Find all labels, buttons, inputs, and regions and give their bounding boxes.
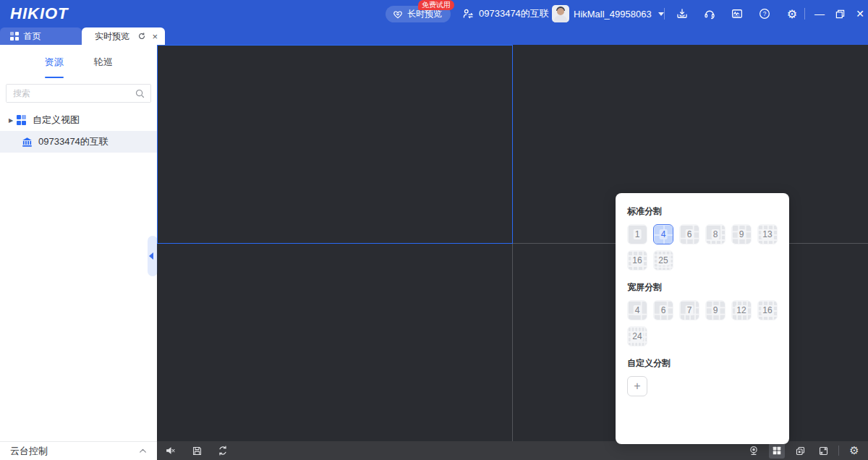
building-icon bbox=[22, 137, 33, 148]
chevron-up-icon[interactable] bbox=[138, 446, 148, 456]
tab-resources[interactable]: 资源 bbox=[45, 56, 64, 78]
split-option-label: 16 bbox=[631, 255, 643, 265]
tree-item-device[interactable]: 09733474的互联 bbox=[0, 131, 157, 153]
close-tab-icon[interactable]: × bbox=[152, 32, 158, 41]
user-menu[interactable]: HikMall_49958063 bbox=[552, 0, 664, 27]
headset-icon[interactable] bbox=[703, 7, 716, 20]
close-all-windows-icon[interactable] bbox=[792, 443, 808, 459]
search-icon bbox=[135, 88, 145, 99]
split-option-label: 9 bbox=[712, 305, 720, 315]
hikiot-logo: HIKIOT bbox=[10, 4, 69, 23]
tab-tour[interactable]: 轮巡 bbox=[94, 56, 113, 78]
header: HIKIOT 长时预览 免费试用 09733474的互联 HikMall_499… bbox=[0, 0, 868, 27]
custom-view-grid-icon bbox=[16, 115, 27, 126]
app-window: HIKIOT 长时预览 免费试用 09733474的互联 HikMall_499… bbox=[0, 0, 868, 460]
tab-live-preview[interactable]: 实时预览 × bbox=[82, 27, 165, 45]
split-option-label: 4 bbox=[634, 305, 642, 315]
split-option-16[interactable]: 16 bbox=[757, 300, 778, 320]
ptz-control-bar[interactable]: 云台控制 bbox=[0, 441, 157, 460]
add-custom-split-button[interactable]: + bbox=[627, 376, 647, 396]
split-option-6[interactable]: 6 bbox=[653, 300, 673, 320]
audio-mute-icon[interactable] bbox=[163, 443, 179, 459]
fullscreen-icon[interactable] bbox=[815, 443, 831, 459]
tree-item-custom-view[interactable]: ▶ 自定义视图 bbox=[0, 109, 157, 131]
search-input[interactable] bbox=[7, 85, 150, 102]
expand-arrow-icon[interactable]: ▶ bbox=[0, 117, 16, 124]
tab-live-label: 实时预览 bbox=[95, 30, 129, 43]
device-maintenance-icon[interactable] bbox=[731, 7, 744, 20]
split-option-6[interactable]: 6 bbox=[679, 224, 699, 244]
sidebar-tabs: 资源 轮巡 bbox=[0, 45, 157, 78]
split-option-label: 1 bbox=[634, 229, 642, 239]
split-option-4[interactable]: 4 bbox=[627, 300, 647, 320]
minimize-icon[interactable]: — bbox=[814, 9, 825, 19]
split-option-label: 16 bbox=[761, 305, 773, 315]
split-option-16[interactable]: 16 bbox=[627, 250, 647, 271]
split-option-25[interactable]: 25 bbox=[653, 250, 673, 271]
long-preview-button[interactable]: 长时预览 免费试用 bbox=[386, 6, 451, 22]
home-grid-icon bbox=[10, 32, 19, 41]
refresh-tab-icon[interactable] bbox=[137, 32, 146, 41]
split-option-13[interactable]: 13 bbox=[757, 224, 778, 244]
search-box bbox=[6, 84, 151, 103]
tree-item-label: 自定义视图 bbox=[33, 114, 80, 127]
split-section-title: 标准分割 bbox=[627, 205, 778, 218]
split-option-12[interactable]: 12 bbox=[731, 300, 752, 320]
heart-check-icon bbox=[393, 9, 403, 20]
tree-item-label: 09733474的互联 bbox=[38, 135, 109, 148]
split-section-title: 自定义分割 bbox=[627, 357, 778, 370]
camera-icon[interactable] bbox=[746, 443, 762, 459]
help-icon[interactable]: ? bbox=[758, 7, 771, 20]
split-popup: 标准分割14689131625宽屏分割4679121624自定义分割+ bbox=[616, 193, 789, 444]
split-option-label: 6 bbox=[686, 229, 694, 239]
close-icon[interactable]: ✕ bbox=[855, 9, 865, 19]
split-option-4[interactable]: 4 bbox=[653, 224, 673, 244]
sidebar: 资源 轮巡 ▶ 自定义视图 09733474的互联 bbox=[0, 45, 157, 441]
split-option-9[interactable]: 9 bbox=[705, 300, 726, 320]
toolbar-settings-icon[interactable]: ⚙ bbox=[846, 443, 862, 459]
save-icon[interactable] bbox=[189, 443, 205, 459]
split-option-9[interactable]: 9 bbox=[731, 224, 752, 244]
toolbar-divider bbox=[838, 446, 839, 456]
tab-home[interactable]: 首页 bbox=[0, 27, 82, 45]
split-option-1[interactable]: 1 bbox=[627, 224, 647, 244]
split-option-label: 13 bbox=[761, 229, 773, 239]
tab-home-label: 首页 bbox=[24, 30, 41, 43]
header-divider bbox=[664, 8, 665, 20]
username: HikMall_49958063 bbox=[574, 9, 652, 20]
tab-bar: 首页 实时预览 × bbox=[0, 27, 868, 45]
switch-account-icon bbox=[461, 7, 475, 20]
resource-tree: ▶ 自定义视图 09733474的互联 bbox=[0, 109, 157, 153]
video-pane-selected[interactable] bbox=[157, 45, 513, 244]
tenant-name: 09733474的互联 bbox=[479, 7, 549, 20]
window-controls: — ✕ bbox=[814, 0, 865, 27]
split-grid-icon[interactable] bbox=[769, 443, 785, 459]
chevron-down-icon bbox=[658, 12, 664, 16]
split-section-title: 宽屏分割 bbox=[627, 281, 778, 294]
long-preview-wrap: 长时预览 免费试用 bbox=[386, 6, 451, 22]
refresh-icon[interactable] bbox=[215, 443, 231, 459]
split-option-8[interactable]: 8 bbox=[705, 224, 726, 244]
split-option-label: 4 bbox=[660, 229, 668, 239]
split-option-label: 8 bbox=[712, 229, 720, 239]
download-center-icon[interactable] bbox=[676, 7, 689, 20]
tenant-switcher[interactable]: 09733474的互联 bbox=[461, 0, 561, 27]
header-divider bbox=[804, 8, 805, 20]
restore-icon[interactable] bbox=[835, 9, 845, 19]
split-option-label: 25 bbox=[657, 255, 669, 265]
ptz-label: 云台控制 bbox=[10, 445, 48, 458]
free-trial-badge: 免费试用 bbox=[418, 0, 454, 10]
split-option-label: 9 bbox=[738, 229, 746, 239]
split-option-label: 7 bbox=[686, 305, 694, 315]
split-option-label: 6 bbox=[660, 305, 668, 315]
svg-text:?: ? bbox=[763, 11, 767, 17]
split-option-label: 24 bbox=[631, 331, 643, 341]
avatar bbox=[552, 5, 569, 22]
header-icons: ? ⚙ bbox=[676, 0, 799, 27]
settings-icon[interactable]: ⚙ bbox=[786, 7, 799, 20]
split-option-7[interactable]: 7 bbox=[679, 300, 699, 320]
split-option-24[interactable]: 24 bbox=[627, 326, 647, 346]
sidebar-collapse-handle[interactable] bbox=[148, 236, 158, 276]
split-option-label: 12 bbox=[735, 305, 747, 315]
